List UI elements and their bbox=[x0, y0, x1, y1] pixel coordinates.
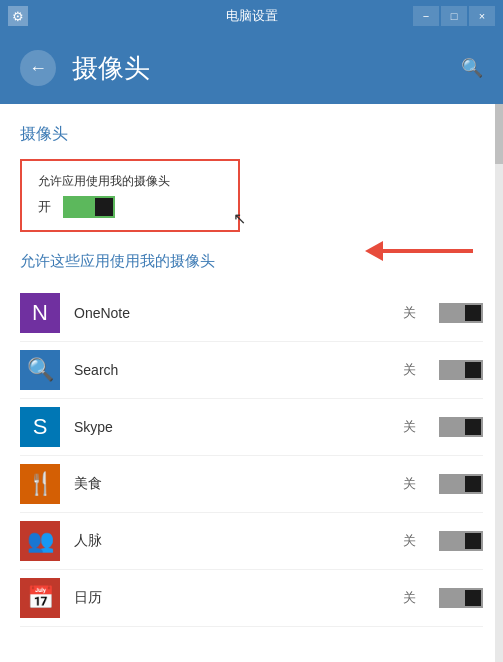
app-status: 关 bbox=[403, 475, 423, 493]
list-item: 🔍 Search 关 bbox=[20, 342, 483, 399]
app-icon: 📅 bbox=[20, 578, 60, 618]
content-area: 摄像头 允许应用使用我的摄像头 开 ↖ 允许这些应用使用我的摄像头 N OneN… bbox=[0, 104, 503, 662]
app-toggle-thumb bbox=[465, 305, 481, 321]
app-icon: ⚙ bbox=[8, 6, 28, 26]
camera-toggle-status: 开 bbox=[38, 198, 51, 216]
app-toggle-switch[interactable] bbox=[439, 417, 483, 437]
red-arrow bbox=[383, 249, 473, 253]
camera-toggle-switch[interactable] bbox=[63, 196, 115, 218]
app-name: Skype bbox=[74, 419, 403, 435]
app-toggle-thumb bbox=[465, 533, 481, 549]
app-toggle-thumb bbox=[465, 476, 481, 492]
app-name: Search bbox=[74, 362, 403, 378]
list-item: N OneNote 关 bbox=[20, 285, 483, 342]
app-icon: S bbox=[20, 407, 60, 447]
camera-toggle-label: 允许应用使用我的摄像头 bbox=[38, 173, 222, 190]
minimize-button[interactable]: − bbox=[413, 6, 439, 26]
camera-toggle-box: 允许应用使用我的摄像头 开 ↖ bbox=[20, 159, 240, 232]
apps-subtitle: 允许这些应用使用我的摄像头 bbox=[20, 252, 483, 271]
toggle-track bbox=[63, 196, 115, 218]
app-toggle-thumb bbox=[465, 590, 481, 606]
app-toggle-thumb bbox=[465, 419, 481, 435]
gear-icon: ⚙ bbox=[12, 9, 24, 24]
app-toggle-thumb bbox=[465, 362, 481, 378]
arrow-head bbox=[365, 241, 383, 261]
list-item: 🍴 美食 关 bbox=[20, 456, 483, 513]
app-status: 关 bbox=[403, 589, 423, 607]
list-item: 📅 日历 关 bbox=[20, 570, 483, 627]
app-icon: 🍴 bbox=[20, 464, 60, 504]
scrollbar-track[interactable] bbox=[495, 104, 503, 662]
toggle-thumb bbox=[95, 198, 113, 216]
arrow-line bbox=[383, 249, 473, 253]
list-item: S Skype 关 bbox=[20, 399, 483, 456]
app-name: 日历 bbox=[74, 589, 403, 607]
app-name: OneNote bbox=[74, 305, 403, 321]
app-toggle-switch[interactable] bbox=[439, 360, 483, 380]
app-toggle-switch[interactable] bbox=[439, 531, 483, 551]
search-button[interactable]: 🔍 bbox=[461, 57, 483, 79]
app-status: 关 bbox=[403, 304, 423, 322]
back-icon: ← bbox=[29, 58, 47, 79]
app-status: 关 bbox=[403, 532, 423, 550]
page-header: ← 摄像头 🔍 bbox=[0, 32, 503, 104]
app-icon: 🔍 bbox=[20, 350, 60, 390]
app-icon: N bbox=[20, 293, 60, 333]
app-status: 关 bbox=[403, 361, 423, 379]
back-button[interactable]: ← bbox=[20, 50, 56, 86]
app-toggle-switch[interactable] bbox=[439, 588, 483, 608]
app-icon: 👥 bbox=[20, 521, 60, 561]
list-item: 👥 人脉 关 bbox=[20, 513, 483, 570]
close-button[interactable]: × bbox=[469, 6, 495, 26]
camera-toggle-row: 开 ↖ bbox=[38, 196, 222, 218]
app-name: 人脉 bbox=[74, 532, 403, 550]
title-bar: ⚙ 电脑设置 − □ × bbox=[0, 0, 503, 32]
app-name: 美食 bbox=[74, 475, 403, 493]
window-title: 电脑设置 bbox=[226, 7, 278, 25]
scrollbar-thumb[interactable] bbox=[495, 104, 503, 164]
app-status: 关 bbox=[403, 418, 423, 436]
app-toggle-switch[interactable] bbox=[439, 474, 483, 494]
section-title: 摄像头 bbox=[20, 124, 483, 145]
app-toggle-switch[interactable] bbox=[439, 303, 483, 323]
page-title: 摄像头 bbox=[72, 51, 150, 86]
app-list: N OneNote 关 🔍 Search 关 S Skype 关 🍴 美食 关 bbox=[20, 285, 483, 627]
cursor-indicator: ↖ bbox=[233, 209, 246, 228]
window-controls: − □ × bbox=[413, 6, 495, 26]
restore-button[interactable]: □ bbox=[441, 6, 467, 26]
